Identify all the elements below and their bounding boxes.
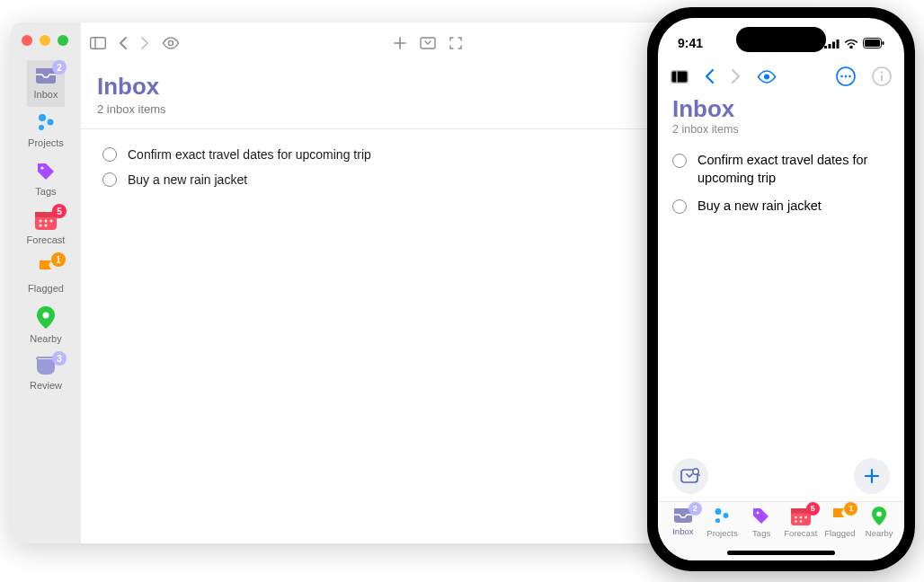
svg-rect-25 (671, 70, 688, 82)
minimize-window-button[interactable] (40, 35, 50, 46)
tab-label: Flagged (824, 528, 855, 538)
svg-point-27 (764, 74, 769, 79)
view-icon[interactable] (757, 70, 777, 84)
home-indicator[interactable] (727, 551, 835, 555)
svg-point-10 (44, 225, 47, 227)
svg-point-31 (848, 75, 851, 78)
sidebar-item-review[interactable]: 3Review (27, 351, 66, 398)
svg-point-14 (168, 40, 173, 45)
tab-tags[interactable]: Tags (742, 507, 780, 538)
item-title: Confirm exact travel dates for upcoming … (697, 152, 890, 187)
forecast-icon: 5 (790, 507, 812, 526)
tab-inbox[interactable]: 2Inbox (664, 507, 702, 536)
badge: 1 (844, 502, 857, 516)
iphone-device: 9:41 (647, 7, 915, 571)
svg-rect-34 (881, 75, 883, 82)
svg-point-41 (757, 512, 760, 515)
info-icon[interactable] (872, 66, 892, 86)
nav-forward-icon[interactable] (140, 36, 149, 50)
add-item-button[interactable] (854, 458, 890, 494)
flagged-icon: 1 (35, 258, 57, 279)
svg-point-33 (881, 71, 883, 73)
tab-forecast[interactable]: 5Forecast (782, 507, 820, 538)
sidebar-item-nearby[interactable]: Nearby (27, 301, 66, 351)
flagged-icon: 1 (830, 507, 849, 526)
nav-back-icon[interactable] (705, 68, 715, 84)
sidebar-item-forecast[interactable]: 5Forecast (27, 204, 66, 252)
tab-projects[interactable]: Projects (704, 507, 742, 538)
tags-icon (751, 507, 771, 526)
quick-open-icon[interactable] (420, 37, 436, 49)
svg-rect-15 (421, 38, 435, 48)
inbox-icon: 2 (34, 66, 58, 85)
svg-point-44 (795, 516, 797, 519)
svg-point-38 (715, 508, 722, 515)
inbox-icon: 2 (672, 507, 694, 525)
svg-point-40 (715, 518, 720, 523)
add-icon[interactable] (393, 36, 407, 50)
sidebar-item-label: Projects (28, 137, 64, 148)
signal-icon (824, 39, 840, 48)
checkbox[interactable] (672, 199, 687, 214)
sidebar-item-inbox[interactable]: 2Inbox (27, 60, 66, 107)
svg-point-2 (39, 125, 44, 130)
quick-open-button[interactable] (672, 458, 708, 494)
sidebar-item-label: Nearby (30, 333, 61, 344)
svg-point-47 (795, 520, 797, 523)
forecast-icon: 5 (34, 209, 58, 231)
badge: 3 (52, 351, 67, 366)
svg-rect-18 (824, 46, 827, 48)
badge: 5 (52, 204, 67, 218)
tab-flagged[interactable]: 1Flagged (822, 507, 859, 538)
checkbox[interactable] (102, 147, 117, 162)
svg-point-9 (39, 225, 41, 227)
checkbox[interactable] (672, 154, 687, 168)
sidebar-item-label: Forecast (27, 234, 66, 245)
svg-point-46 (804, 516, 807, 519)
fullscreen-window-button[interactable] (58, 35, 68, 46)
tags-icon (35, 161, 57, 182)
sidebar-item-label: Tags (35, 186, 56, 197)
badge: 2 (52, 60, 67, 75)
nav-forward-icon[interactable] (731, 68, 741, 84)
checkbox[interactable] (102, 172, 117, 187)
svg-rect-12 (91, 37, 106, 48)
toggle-sidebar-icon[interactable] (90, 37, 106, 49)
svg-rect-21 (837, 40, 840, 48)
dynamic-island (736, 27, 826, 52)
badge: 5 (806, 502, 820, 516)
iphone-screen: 9:41 (658, 18, 904, 560)
badge: 2 (689, 502, 702, 516)
sidebar-item-label: Review (30, 380, 62, 391)
tab-label: Projects (706, 528, 737, 538)
projects-icon (35, 112, 57, 134)
phone-toolbar (658, 59, 904, 93)
tab-nearby[interactable]: Nearby (860, 507, 898, 538)
list-item[interactable]: Confirm exact travel dates for upcoming … (672, 146, 890, 192)
sidebar-item-tags[interactable]: Tags (27, 155, 66, 204)
tab-label: Nearby (866, 528, 893, 538)
sidebar-item-flagged[interactable]: 1Flagged (27, 252, 66, 301)
svg-point-49 (876, 511, 882, 516)
svg-rect-23 (865, 40, 880, 47)
svg-rect-24 (883, 41, 884, 45)
nav-back-icon[interactable] (119, 36, 128, 50)
view-icon[interactable] (162, 37, 180, 49)
phone-content: Inbox 2 inbox items Confirm exact travel… (658, 93, 904, 453)
svg-point-8 (49, 220, 52, 223)
sidebar-item-label: Inbox (34, 89, 58, 100)
focus-icon[interactable] (449, 36, 463, 50)
svg-point-11 (42, 313, 49, 319)
close-window-button[interactable] (22, 35, 32, 46)
list-item[interactable]: Buy a new rain jacket (672, 192, 890, 221)
svg-point-1 (47, 119, 53, 126)
svg-point-39 (724, 513, 729, 518)
tab-label: Forecast (784, 528, 817, 538)
phone-item-list: Confirm exact travel dates for upcoming … (672, 146, 890, 221)
item-title: Buy a new rain jacket (697, 198, 822, 216)
more-icon[interactable] (836, 66, 856, 86)
badge: 1 (51, 252, 66, 267)
toggle-sidebar-icon[interactable] (671, 70, 689, 84)
svg-point-3 (40, 166, 43, 169)
sidebar-item-projects[interactable]: Projects (27, 107, 66, 155)
